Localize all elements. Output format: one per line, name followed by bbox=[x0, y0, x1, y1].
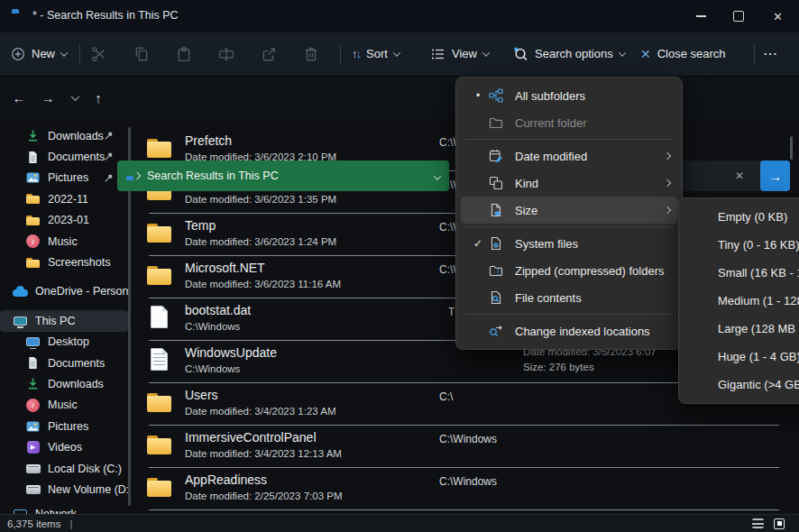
sidebar-item-label: Documents bbox=[48, 151, 105, 163]
menu-separator bbox=[465, 226, 673, 227]
sidebar-item-2023-01[interactable]: 2023-01 bbox=[0, 210, 128, 231]
file-date-modified: Date modified: 3/4/2023 12:13 AM bbox=[185, 448, 342, 459]
radio-selected-icon: • bbox=[468, 89, 488, 102]
file-name: Microsoft.NET bbox=[185, 261, 265, 275]
menu-item-size[interactable]: Size bbox=[461, 197, 677, 224]
sidebar-item-label: Music bbox=[48, 235, 78, 248]
close-search-icon: ✕ bbox=[640, 47, 651, 61]
submenu-item-gigantic[interactable]: Gigantic (>4 GB) bbox=[679, 371, 799, 399]
file-path: C:\Windows bbox=[439, 475, 497, 488]
menu-item-file-contents[interactable]: File contents bbox=[461, 284, 677, 311]
sidebar-item-pictures-pinned[interactable]: Pictures bbox=[0, 168, 128, 188]
submenu-item-label: Medium (1 - 128 MB) bbox=[718, 294, 799, 307]
close-search-button[interactable]: ✕ Close search bbox=[640, 32, 726, 75]
menu-item-date-modified[interactable]: Date modified bbox=[461, 142, 677, 170]
file-name: AppReadiness bbox=[185, 472, 267, 487]
file-icon bbox=[151, 306, 168, 328]
forward-button[interactable]: → bbox=[36, 86, 60, 109]
submenu-item-large[interactable]: Large (128 MB - 1 GB) bbox=[679, 315, 799, 343]
sidebar-item-local-disk-c[interactable]: Local Disk (C:) bbox=[0, 458, 128, 479]
menu-item-kind[interactable]: Kind bbox=[461, 170, 677, 197]
sidebar-item-label: Music bbox=[48, 399, 78, 411]
search-options-button[interactable]: Search options bbox=[512, 32, 625, 75]
share-button[interactable] bbox=[260, 32, 278, 75]
sort-icon: ↑↓ bbox=[352, 47, 360, 60]
details-view-icon bbox=[752, 518, 764, 528]
sidebar-item-downloads[interactable]: Downloads bbox=[0, 373, 128, 394]
network-icon bbox=[13, 507, 28, 514]
document-icon bbox=[25, 356, 41, 371]
large-icons-view-button[interactable] bbox=[772, 517, 786, 530]
sidebar-item-videos[interactable]: ▶ Videos bbox=[0, 436, 128, 457]
paste-button[interactable] bbox=[175, 32, 193, 75]
sidebar-item-documents-pinned[interactable]: Documents bbox=[0, 146, 128, 167]
rename-icon bbox=[217, 46, 235, 62]
submenu-item-small[interactable]: Small (16 KB - 1 MB) bbox=[679, 259, 799, 287]
submenu-item-huge[interactable]: Huge (1 - 4 GB) bbox=[679, 343, 799, 371]
maximize-button[interactable] bbox=[720, 0, 757, 32]
search-options-icon bbox=[512, 46, 528, 61]
sidebar-item-onedrive[interactable]: OneDrive - Personal bbox=[0, 281, 128, 302]
file-row-appreadiness[interactable]: AppReadiness Date modified: 2/25/2023 7:… bbox=[134, 468, 799, 510]
address-dropdown-chevron-icon[interactable] bbox=[435, 168, 440, 184]
sidebar-item-network[interactable]: Network bbox=[0, 504, 128, 514]
file-list-scrollbar[interactable] bbox=[790, 136, 793, 160]
sidebar-item-desktop[interactable]: Desktop bbox=[0, 332, 128, 353]
back-button[interactable]: ← bbox=[7, 86, 31, 109]
close-button[interactable]: ✕ bbox=[757, 0, 799, 32]
submenu-item-empty[interactable]: Empty (0 KB) bbox=[679, 203, 799, 231]
details-view-button[interactable] bbox=[750, 517, 765, 530]
status-separator: | bbox=[69, 518, 72, 529]
clear-search-icon[interactable]: ✕ bbox=[729, 161, 750, 191]
sidebar-item-2022-11[interactable]: 2022-11 bbox=[0, 188, 128, 209]
file-path: C:\Windows bbox=[185, 321, 240, 332]
sort-button[interactable]: ↑↓ Sort bbox=[352, 32, 400, 75]
cut-icon bbox=[90, 46, 108, 62]
sidebar-item-new-volume-d[interactable]: New Volume (D:) bbox=[0, 479, 128, 500]
sidebar-item-downloads-pinned[interactable]: Downloads bbox=[0, 125, 128, 146]
plus-circle-icon bbox=[11, 47, 25, 61]
sidebar-item-documents[interactable]: Documents bbox=[0, 353, 128, 373]
app-folder-icon bbox=[12, 9, 26, 22]
new-button[interactable]: New bbox=[11, 32, 67, 75]
folder-icon bbox=[147, 139, 171, 158]
sidebar-item-label: Pictures bbox=[48, 420, 88, 433]
delete-button[interactable] bbox=[302, 32, 320, 75]
file-size: Size: 276 bytes bbox=[523, 360, 657, 375]
menu-item-change-indexed-locations[interactable]: Change indexed locations bbox=[461, 317, 677, 344]
cut-button[interactable] bbox=[90, 32, 108, 75]
download-icon bbox=[25, 129, 41, 143]
large-icons-view-icon bbox=[774, 518, 785, 529]
submenu-item-tiny[interactable]: Tiny (0 - 16 KB) bbox=[679, 231, 799, 259]
view-button[interactable]: View bbox=[430, 32, 489, 75]
minimize-button[interactable] bbox=[683, 0, 720, 32]
sidebar-item-screenshots[interactable]: Screenshots bbox=[0, 252, 128, 272]
sidebar-item-pictures[interactable]: Pictures bbox=[0, 416, 128, 436]
recent-locations-button[interactable] bbox=[63, 86, 87, 109]
menu-item-label: Current folder bbox=[515, 116, 670, 130]
menu-item-zipped-folders[interactable]: Zipped (compressed) folders bbox=[461, 257, 677, 284]
menu-item-current-folder[interactable]: Current folder bbox=[461, 109, 677, 136]
chevron-down-icon bbox=[60, 49, 68, 56]
submenu-item-medium[interactable]: Medium (1 - 128 MB) bbox=[679, 287, 799, 315]
sidebar-item-music[interactable]: ♪ Music bbox=[0, 395, 128, 416]
copy-button[interactable] bbox=[133, 32, 151, 75]
file-row-immersivecontrolpanel[interactable]: ImmersiveControlPanel Date modified: 3/4… bbox=[134, 426, 799, 468]
document-icon bbox=[25, 150, 41, 164]
folder-icon bbox=[147, 436, 171, 454]
up-button[interactable]: ↑ bbox=[87, 86, 110, 109]
menu-item-all-subfolders[interactable]: • All subfolders bbox=[461, 82, 677, 109]
rename-button[interactable] bbox=[217, 32, 235, 75]
picture-icon bbox=[25, 170, 41, 185]
menu-item-system-files[interactable]: ✓ System files bbox=[461, 230, 677, 257]
sidebar-item-this-pc[interactable]: This PC bbox=[0, 310, 128, 331]
window-title: * - Search Results in This PC bbox=[32, 9, 179, 22]
sidebar-item-label: Documents bbox=[48, 357, 105, 370]
toolbar-divider bbox=[340, 44, 341, 64]
address-bar[interactable]: Search Results in This PC bbox=[117, 161, 449, 191]
sidebar-item-music-recent[interactable]: ♪ Music bbox=[0, 231, 128, 252]
menu-item-label: Zipped (compressed) folders bbox=[515, 264, 670, 278]
search-go-button[interactable]: → bbox=[760, 161, 790, 191]
see-more-button[interactable]: ⋯ bbox=[763, 32, 778, 75]
file-name: bootstat.dat bbox=[185, 303, 251, 317]
